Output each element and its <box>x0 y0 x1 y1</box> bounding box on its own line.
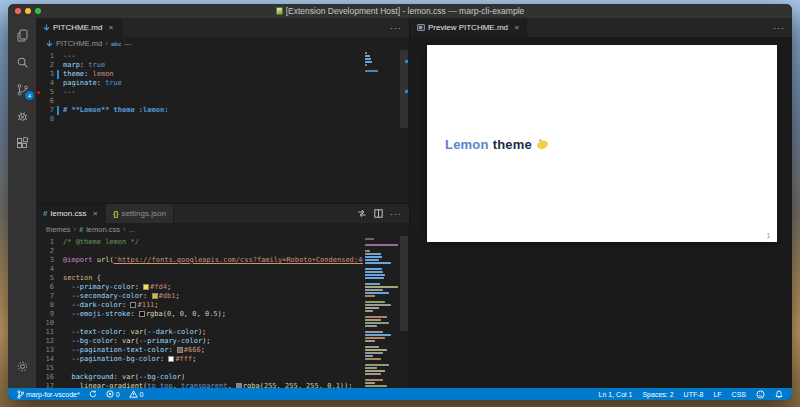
breadcrumb-file[interactable]: lemon.css <box>86 225 120 234</box>
activity-extensions-button[interactable] <box>8 130 36 157</box>
minimap[interactable] <box>363 238 399 388</box>
code-line[interactable]: 7 --secondary-color: #db1; <box>36 292 409 301</box>
code-editor-lemon-css[interactable]: 1/* @theme lemon */23@import url('https:… <box>36 236 409 388</box>
code-text: --bg-color: var(--primary-color); <box>63 337 211 346</box>
tab-settings-json[interactable]: {} settings.json <box>106 204 174 223</box>
breadcrumb-folder[interactable]: themes <box>46 225 71 234</box>
line-number: 1 <box>36 52 54 61</box>
more-actions-icon[interactable]: ··· <box>390 211 402 217</box>
color-swatch[interactable] <box>236 383 242 388</box>
close-tab-icon[interactable]: ✕ <box>514 24 519 32</box>
activity-explorer-button[interactable] <box>8 22 36 49</box>
minimap-mark <box>365 340 375 342</box>
code-line[interactable]: 3theme: lemon <box>36 70 409 79</box>
code-line[interactable]: 10 <box>36 319 409 328</box>
open-changes-icon[interactable] <box>357 209 367 218</box>
minimap-mark <box>365 259 379 261</box>
minimap-mark <box>365 331 383 333</box>
code-text: theme: lemon <box>63 70 114 79</box>
split-editor-icon[interactable] <box>374 209 383 218</box>
breadcrumb-file[interactable]: PITCHME.md <box>56 39 102 48</box>
code-line[interactable]: 1/* @theme lemon */ <box>36 238 409 247</box>
activity-debug-button[interactable] <box>8 103 36 130</box>
more-actions-icon[interactable]: ··· <box>390 25 402 31</box>
breadcrumb-symbol[interactable]: ... <box>129 225 135 234</box>
color-swatch[interactable] <box>177 347 183 353</box>
minimap-mark <box>365 361 399 363</box>
code-line[interactable]: 1--- <box>36 52 409 61</box>
gutter-spacer <box>54 265 63 274</box>
code-line[interactable]: 4 <box>36 265 409 274</box>
minimap-mark <box>365 52 367 54</box>
minimap[interactable] <box>363 52 399 203</box>
code-line[interactable]: 2marp: true <box>36 61 409 70</box>
tab-preview-pitchme[interactable]: Preview PITCHME.md ✕ <box>410 18 527 37</box>
encoding-item[interactable]: UTF-8 <box>684 391 704 398</box>
code-line[interactable]: 7# **Lemon** theme :lemon: <box>36 106 409 115</box>
breadcrumb-symbol[interactable]: --- <box>124 39 132 48</box>
close-tab-icon[interactable]: ✕ <box>108 24 113 32</box>
color-swatch[interactable] <box>139 311 145 317</box>
heading-word-lemon: Lemon <box>445 136 489 151</box>
tab-pitchme-md[interactable]: PITCHME.md ✕ <box>36 18 122 37</box>
code-line[interactable]: 5section { <box>36 274 409 283</box>
zoom-window-button[interactable] <box>35 8 41 14</box>
activity-source-control-button[interactable]: 4 <box>8 76 36 103</box>
sync-status-item[interactable] <box>89 390 97 398</box>
language-mode-item[interactable]: CSS <box>732 391 746 398</box>
sync-icon <box>89 390 97 398</box>
code-line[interactable]: 9 --emoji-stroke: rgba(0, 0, 0, 0.5); <box>36 310 409 319</box>
minimap-mark <box>365 61 372 63</box>
code-line[interactable]: 17 linear-gradient(to top, transparent, … <box>36 382 409 388</box>
code-line[interactable]: 3@import url('https://fonts.googleapis.c… <box>36 256 409 265</box>
notifications-bell-icon[interactable] <box>775 390 783 399</box>
code-line[interactable]: 13 --pagination-text-color: #666; <box>36 346 409 355</box>
preview-group: Preview PITCHME.md ✕ ··· Lemon theme 1 <box>410 18 792 388</box>
minimap-mark <box>365 337 385 339</box>
tab-lemon-css[interactable]: # lemon.css ✕ <box>36 204 106 223</box>
minimap-mark <box>365 271 383 273</box>
color-swatch[interactable] <box>130 302 136 308</box>
code-line[interactable]: 8 --dark-color: #111; <box>36 301 409 310</box>
code-line[interactable]: 16 background: var(--bg-color) <box>36 373 409 382</box>
code-line[interactable]: 8 <box>36 115 409 124</box>
code-editor-pitchme[interactable]: 1---2marp: true3theme: lemon4paginate: t… <box>36 50 409 203</box>
cursor-position-item[interactable]: Ln 1, Col 1 <box>599 391 633 398</box>
gutter-spacer <box>54 337 63 346</box>
minimap-mark <box>365 298 399 300</box>
titlebar[interactable]: [Extension Development Host] - lemon.css… <box>8 4 792 18</box>
errors-status-item[interactable]: 0 <box>106 390 120 398</box>
gutter-spacer <box>54 61 63 70</box>
minimap-mark <box>365 265 399 267</box>
more-actions-icon[interactable]: ··· <box>773 25 785 31</box>
settings-gear-button[interactable] <box>8 353 36 380</box>
color-swatch[interactable] <box>143 284 149 290</box>
code-line[interactable]: 15 <box>36 364 409 373</box>
code-line[interactable]: 11 --text-color: var(--dark-color); <box>36 328 409 337</box>
scrollbar[interactable] <box>399 50 409 203</box>
code-line[interactable]: 12 --bg-color: var(--primary-color); <box>36 337 409 346</box>
code-line[interactable]: 6 <box>36 97 409 106</box>
activity-search-button[interactable] <box>8 49 36 76</box>
branch-status-item[interactable]: marp-for-vscode* <box>17 390 80 399</box>
code-line[interactable]: 14 --pagination-bg-color: #fff; <box>36 355 409 364</box>
marp-preview[interactable]: Lemon theme 1 <box>410 37 792 388</box>
code-text: --- <box>63 88 76 97</box>
feedback-smiley-icon[interactable] <box>756 390 765 399</box>
activity-bar: 4 <box>8 18 36 388</box>
code-line[interactable]: 6 --primary-color: #fd4; <box>36 283 409 292</box>
eol-item[interactable]: LF <box>713 391 721 398</box>
minimize-window-button[interactable] <box>25 8 31 14</box>
close-window-button[interactable] <box>15 8 21 14</box>
search-icon <box>16 56 29 69</box>
scrollbar[interactable] <box>399 236 409 388</box>
close-tab-icon[interactable]: ✕ <box>92 210 97 218</box>
color-swatch[interactable] <box>152 293 158 299</box>
code-line[interactable]: 4paginate: true <box>36 79 409 88</box>
color-swatch[interactable] <box>168 356 174 362</box>
line-number: 13 <box>36 346 54 355</box>
warnings-status-item[interactable]: 0 <box>129 390 144 398</box>
indentation-item[interactable]: Spaces: 2 <box>642 391 673 398</box>
code-line[interactable]: 5--- <box>36 88 409 97</box>
code-line[interactable]: 2 <box>36 247 409 256</box>
